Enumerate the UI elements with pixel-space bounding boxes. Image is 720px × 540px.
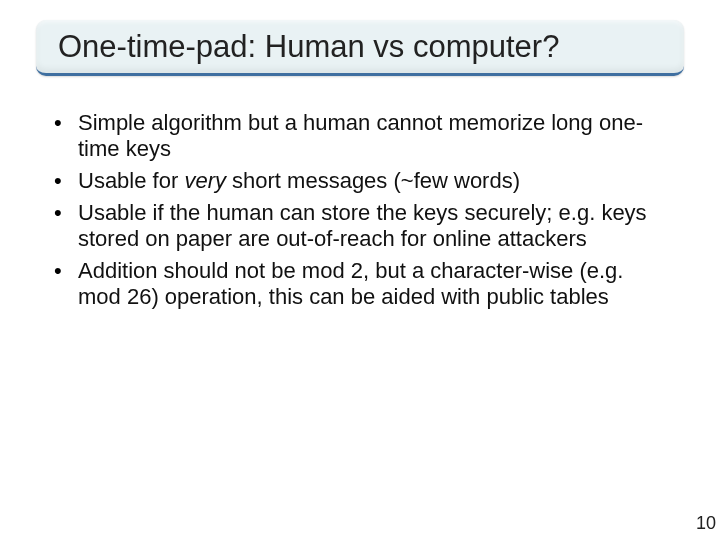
list-item: Simple algorithm but a human cannot memo…	[48, 110, 660, 162]
slide-body: Simple algorithm but a human cannot memo…	[48, 110, 660, 316]
bullet-text: Usable if the human can store the keys s…	[78, 200, 647, 251]
list-item: Usable for very short messages (~few wor…	[48, 168, 660, 194]
bullet-list: Simple algorithm but a human cannot memo…	[48, 110, 660, 310]
bullet-text-pre: Usable for	[78, 168, 184, 193]
slide-title: One-time-pad: Human vs computer?	[58, 29, 559, 65]
bullet-text-em: very	[184, 168, 226, 193]
slide-title-box: One-time-pad: Human vs computer?	[36, 20, 684, 76]
bullet-text: Addition should not be mod 2, but a char…	[78, 258, 623, 309]
page-number: 10	[696, 513, 716, 534]
bullet-text-post: short messages (~few words)	[226, 168, 520, 193]
list-item: Addition should not be mod 2, but a char…	[48, 258, 660, 310]
slide: One-time-pad: Human vs computer? Simple …	[0, 0, 720, 540]
bullet-text: Simple algorithm but a human cannot memo…	[78, 110, 643, 161]
list-item: Usable if the human can store the keys s…	[48, 200, 660, 252]
